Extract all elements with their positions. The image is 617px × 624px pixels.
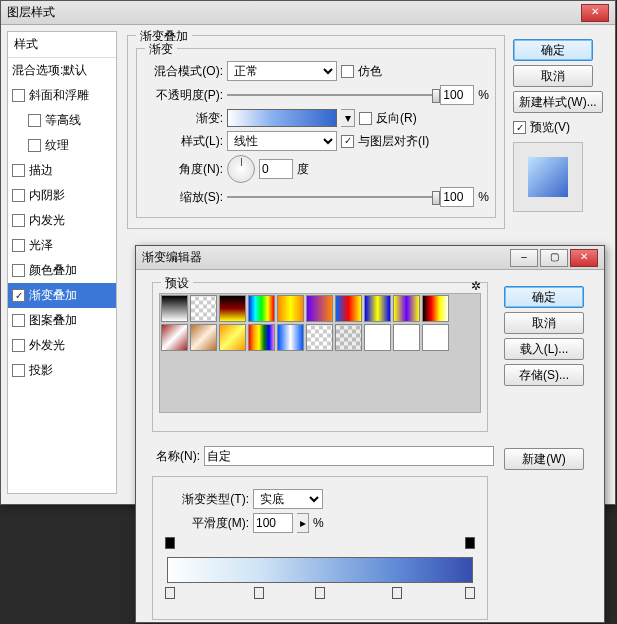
preset-swatch[interactable]: [161, 324, 188, 351]
gradient-style-select[interactable]: 线性: [227, 131, 337, 151]
preset-swatch[interactable]: [335, 324, 362, 351]
style-item-checkbox[interactable]: [28, 114, 41, 127]
style-item-6[interactable]: 光泽: [8, 233, 116, 258]
opacity-input[interactable]: [440, 85, 474, 105]
preset-swatch[interactable]: [248, 324, 275, 351]
style-item-label: 颜色叠加: [29, 262, 77, 279]
preset-swatch[interactable]: [335, 295, 362, 322]
gradient-type-label: 渐变类型(T):: [159, 491, 249, 508]
chevron-down-icon[interactable]: ▾: [341, 109, 355, 127]
gradient-label: 渐变:: [143, 110, 223, 127]
style-item-checkbox[interactable]: [12, 239, 25, 252]
pct-label: %: [478, 88, 489, 102]
cancel-button[interactable]: 取消: [513, 65, 593, 87]
style-item-9[interactable]: 图案叠加: [8, 308, 116, 333]
preset-swatch[interactable]: [393, 324, 420, 351]
gradient-editor-title: 渐变编辑器: [142, 249, 510, 266]
gradient-sub-legend: 渐变: [145, 41, 177, 58]
editor-cancel-button[interactable]: 取消: [504, 312, 584, 334]
editor-ok-button[interactable]: 确定: [504, 286, 584, 308]
preset-swatch[interactable]: [422, 324, 449, 351]
style-item-0[interactable]: 斜面和浮雕: [8, 83, 116, 108]
presets-legend: 预设: [161, 275, 193, 292]
style-item-checkbox[interactable]: [28, 139, 41, 152]
style-label: 样式(L):: [143, 133, 223, 150]
style-item-3[interactable]: 描边: [8, 158, 116, 183]
preset-swatch[interactable]: [277, 295, 304, 322]
style-item-checkbox[interactable]: [12, 214, 25, 227]
blend-mode-select[interactable]: 正常: [227, 61, 337, 81]
preset-swatch[interactable]: [219, 295, 246, 322]
dialog-buttons: 确定 取消 新建样式(W)... 预览(V): [513, 35, 605, 212]
color-stops-row[interactable]: [167, 587, 473, 601]
deg-label: 度: [297, 161, 309, 178]
style-item-checkbox[interactable]: [12, 264, 25, 277]
opacity-slider[interactable]: [227, 89, 436, 101]
preset-swatch[interactable]: [190, 324, 217, 351]
preset-swatch[interactable]: [190, 295, 217, 322]
minimize-icon[interactable]: –: [510, 249, 538, 267]
editor-load-button[interactable]: 载入(L)...: [504, 338, 584, 360]
preset-swatch[interactable]: [364, 324, 391, 351]
style-item-8[interactable]: 渐变叠加: [8, 283, 116, 308]
preset-swatch[interactable]: [161, 295, 188, 322]
style-item-label: 描边: [29, 162, 53, 179]
layer-style-titlebar: 图层样式 ✕: [1, 1, 615, 25]
style-item-7[interactable]: 颜色叠加: [8, 258, 116, 283]
style-item-checkbox[interactable]: [12, 289, 25, 302]
gradient-bar[interactable]: [167, 557, 473, 583]
align-checkbox[interactable]: [341, 135, 354, 148]
style-item-checkbox[interactable]: [12, 314, 25, 327]
blend-mode-label: 混合模式(O):: [143, 63, 223, 80]
name-input[interactable]: [204, 446, 494, 466]
blending-options-row[interactable]: 混合选项:默认: [8, 58, 116, 83]
blending-options-label: 混合选项:默认: [12, 62, 87, 79]
style-item-2[interactable]: 纹理: [8, 133, 116, 158]
angle-label: 角度(N):: [143, 161, 223, 178]
gear-icon[interactable]: ✲: [471, 279, 481, 293]
preview-checkbox[interactable]: [513, 121, 526, 134]
style-item-label: 投影: [29, 362, 53, 379]
style-item-checkbox[interactable]: [12, 89, 25, 102]
maximize-icon[interactable]: ▢: [540, 249, 568, 267]
style-item-10[interactable]: 外发光: [8, 333, 116, 358]
scale-label: 缩放(S):: [143, 189, 223, 206]
close-icon[interactable]: ✕: [570, 249, 598, 267]
preset-swatch[interactable]: [422, 295, 449, 322]
scale-input[interactable]: [440, 187, 474, 207]
editor-new-button[interactable]: 新建(W): [504, 448, 584, 470]
angle-input[interactable]: [259, 159, 293, 179]
preset-swatch[interactable]: [248, 295, 275, 322]
ok-button[interactable]: 确定: [513, 39, 593, 61]
smoothness-input[interactable]: [253, 513, 293, 533]
preset-grid[interactable]: [159, 293, 481, 413]
dither-checkbox[interactable]: [341, 65, 354, 78]
preset-swatch[interactable]: [306, 295, 333, 322]
preset-swatch[interactable]: [306, 324, 333, 351]
preset-swatch[interactable]: [393, 295, 420, 322]
preset-swatch[interactable]: [219, 324, 246, 351]
style-item-5[interactable]: 内发光: [8, 208, 116, 233]
style-item-label: 纹理: [45, 137, 69, 154]
editor-save-button[interactable]: 存储(S)...: [504, 364, 584, 386]
close-icon[interactable]: ✕: [581, 4, 609, 22]
style-item-1[interactable]: 等高线: [8, 108, 116, 133]
scale-slider[interactable]: [227, 191, 436, 203]
opacity-stops-row[interactable]: [167, 537, 473, 551]
style-item-checkbox[interactable]: [12, 189, 25, 202]
gradient-picker[interactable]: [227, 109, 337, 127]
preset-swatch[interactable]: [277, 324, 304, 351]
new-style-button[interactable]: 新建样式(W)...: [513, 91, 603, 113]
chevron-down-icon[interactable]: ▸: [297, 513, 309, 533]
gradient-type-select[interactable]: 实底: [253, 489, 323, 509]
style-item-11[interactable]: 投影: [8, 358, 116, 383]
smoothness-label: 平滑度(M):: [159, 515, 249, 532]
name-label: 名称(N):: [146, 448, 200, 465]
style-item-checkbox[interactable]: [12, 364, 25, 377]
style-item-4[interactable]: 内阴影: [8, 183, 116, 208]
style-item-checkbox[interactable]: [12, 164, 25, 177]
preset-swatch[interactable]: [364, 295, 391, 322]
reverse-checkbox[interactable]: [359, 112, 372, 125]
style-item-checkbox[interactable]: [12, 339, 25, 352]
angle-dial[interactable]: [227, 155, 255, 183]
